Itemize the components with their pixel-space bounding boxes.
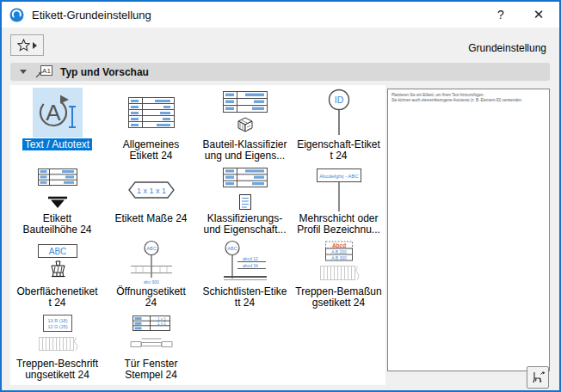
star-icon <box>17 39 30 52</box>
label-type-name: Klassifizierungs- und Eigenschaft... <box>203 213 286 236</box>
label-type-name: Etikett Maße 24 <box>114 213 187 224</box>
svg-text:A1: A1 <box>42 67 51 75</box>
section-type-and-preview[interactable]: A1 Typ und Vorschau <box>10 63 550 81</box>
label-type-oberflaechenetikett[interactable]: ABC Oberflächenetiket t 24 <box>10 240 104 312</box>
label-type-allgemeines-etikett[interactable]: Allgemeines Etikett 24 <box>104 85 198 167</box>
svg-text:ID: ID <box>334 95 343 105</box>
section-title: Typ und Vorschau <box>60 66 149 78</box>
help-button[interactable]: ? <box>484 2 518 28</box>
label-type-schichtlisten-etikett[interactable]: ABC abcd 12 abcd 34 Schichtlisten-Etike … <box>198 240 292 312</box>
svg-text:1 x 1 x 1: 1 x 1 x 1 <box>136 187 165 195</box>
label-type-name: Tür Fenster Stempel 24 <box>124 358 177 381</box>
label-type-klassifizierung-eigenschaft[interactable]: Klassifizierungs- und Eigenschaft... <box>198 167 292 240</box>
archicad-logo-icon <box>9 8 24 22</box>
stair-annotation-label-icon: 13 R (18) 12 G (25) <box>37 313 78 358</box>
label-type-name: Text / Autotext <box>22 138 92 150</box>
label-type-oeffnungsetikett[interactable]: ABC abc 900 Öffnungsetikett 24 <box>104 240 198 312</box>
svg-text:ABC: ABC <box>48 247 66 256</box>
property-label-icon: ID <box>324 89 354 137</box>
label-preview-panel[interactable]: Platzieren Sie ein Etikett, um Ihren Tex… <box>387 89 550 371</box>
svg-text:1 x 1: 1 x 1 <box>157 322 166 326</box>
svg-text:abcd 12: abcd 12 <box>243 256 258 261</box>
label-tool-icon: A1 <box>34 64 53 79</box>
svg-text:A B 300: A B 300 <box>331 255 347 260</box>
label-type-name: Treppen-Beschrift ungsetikett 24 <box>16 358 98 381</box>
svg-text:ABC: ABC <box>227 246 237 251</box>
label-type-treppen-bemassung[interactable]: Abcd A B 200 A B 300 Treppen-Bemaßun gse… <box>292 240 385 312</box>
label-type-eigenschaft-etikett[interactable]: ID Eigenschaft-Etiket t 24 <box>292 85 385 167</box>
label-type-name: Mehrschicht oder Profil Bezeichnu... <box>297 213 380 236</box>
label-type-name: Öffnungsetikett 24 <box>116 286 186 309</box>
close-button[interactable]: ✕ <box>520 2 558 28</box>
dimension-label-icon: 1 x 1 x 1 <box>127 181 176 199</box>
label-type-name: Bauteil-Klassifizier ung und Eigens... <box>202 139 287 162</box>
flyout-arrow-icon <box>33 42 37 49</box>
chair-rotate-icon <box>531 371 546 385</box>
label-type-name: Allgemeines Etikett 24 <box>123 139 179 162</box>
svg-text:12 G (25): 12 G (25) <box>47 324 67 329</box>
label-type-name: Eigenschaft-Etiket t 24 <box>297 139 380 162</box>
svg-text:13 R (18): 13 R (18) <box>47 318 67 323</box>
svg-text:A B 200: A B 200 <box>331 249 347 254</box>
label-type-mehrschicht-profil[interactable]: Abcdefghij - ABC Mehrschicht oder Profil… <box>292 167 385 240</box>
label-type-name: Etikett Bauteilhöhe 24 <box>22 213 91 236</box>
window-title: Etikett-Grundeinstellung <box>32 9 151 21</box>
label-type-name: Treppen-Bemaßun gsetikett 24 <box>295 286 381 309</box>
layer-list-label-icon: ABC abcd 12 abcd 34 <box>221 240 269 286</box>
text-autotext-icon: A <box>33 88 83 138</box>
label-type-etikett-bauteilhoehe[interactable]: Etikett Bauteilhöhe 24 <box>10 167 104 240</box>
label-type-text-autotext[interactable]: A Text / Autotext <box>10 85 104 167</box>
label-type-list: A Text / Autotext <box>10 85 385 385</box>
label-type-treppen-beschriftung[interactable]: 13 R (18) 12 G (25) Treppen-Beschrift un… <box>10 312 104 381</box>
label-type-name: Schichtlisten-Etike tt 24 <box>202 286 287 309</box>
svg-text:1 x 1: 1 x 1 <box>157 317 166 322</box>
preview-mode-button[interactable] <box>527 366 549 389</box>
svg-text:Abcdefghij - ABC: Abcdefghij - ABC <box>319 174 359 179</box>
svg-text:abcd 34: abcd 34 <box>243 263 258 268</box>
label-type-bauteil-klassifizierung[interactable]: Bauteil-Klassifizier ung und Eigens... <box>198 85 292 167</box>
svg-text:Abcd: Abcd <box>331 242 345 248</box>
svg-text:abc 900: abc 900 <box>144 279 159 285</box>
label-type-name: Oberflächenetiket t 24 <box>16 286 97 309</box>
label-type-etikett-masse[interactable]: 1 x 1 x 1 Etikett Maße 24 <box>104 167 198 240</box>
stair-dimension-label-icon: Abcd A B 200 A B 300 <box>318 240 360 286</box>
component-height-icon <box>36 168 79 212</box>
composite-profile-icon: Abcdefghij - ABC <box>315 167 363 213</box>
surface-label-icon: ABC <box>35 242 80 284</box>
favorites-button[interactable] <box>10 34 44 56</box>
label-default-settings-dialog: Etikett-Grundeinstellung ? ✕ Grundeinste… <box>0 0 561 392</box>
component-classification-icon <box>221 90 269 135</box>
opening-label-icon: ABC abc 900 <box>127 240 176 286</box>
title-bar: Etikett-Grundeinstellung ? ✕ <box>2 2 559 28</box>
door-window-stamp-icon: 1 x 1 1 x 1 <box>129 314 174 357</box>
collapse-triangle-icon <box>20 70 27 74</box>
classification-property-icon <box>221 167 269 213</box>
preview-text-line2: Sie können auch elementbezogene Autotext… <box>391 98 550 103</box>
general-label-icon <box>127 96 176 129</box>
svg-text:ABC: ABC <box>146 246 156 251</box>
svg-text:A: A <box>46 100 61 126</box>
defaults-label: Grundeinstellung <box>468 42 546 54</box>
label-type-tuer-fenster-stempel[interactable]: 1 x 1 1 x 1 Tür Fenster Stempel 24 <box>104 312 198 381</box>
